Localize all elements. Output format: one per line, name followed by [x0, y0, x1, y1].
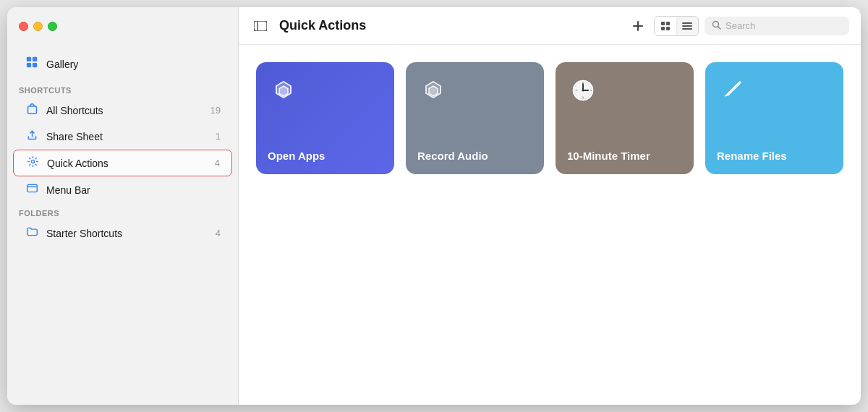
gallery-icon: [25, 56, 39, 72]
record-audio-label: Record Audio: [417, 150, 532, 163]
svg-rect-13: [666, 27, 670, 30]
sidebar-item-all-shortcuts[interactable]: All Shortcuts 19: [13, 98, 232, 123]
search-input[interactable]: [726, 20, 841, 31]
svg-rect-6: [27, 184, 37, 192]
svg-rect-10: [661, 22, 665, 25]
folders-section-header: Folders: [7, 203, 238, 220]
content-area: Open Apps Record Audio: [239, 45, 861, 405]
timer-label: 10-Minute Timer: [567, 150, 682, 163]
sidebar-content: Gallery Shortcuts All Shortcuts 19: [7, 45, 238, 405]
record-audio-icon: [417, 74, 449, 106]
svg-line-18: [718, 26, 721, 29]
grid-view-button[interactable]: [655, 17, 676, 35]
menu-bar-label: Menu Bar: [46, 184, 213, 196]
gallery-label: Gallery: [46, 59, 78, 70]
starter-shortcuts-count: 4: [216, 228, 221, 239]
rename-files-icon: [717, 74, 749, 106]
svg-point-5: [31, 160, 34, 163]
search-icon: [712, 20, 721, 32]
sidebar-item-gallery[interactable]: Gallery: [13, 51, 232, 77]
sidebar-toggle-button[interactable]: [250, 16, 271, 36]
shortcuts-grid: Open Apps Record Audio: [256, 62, 843, 174]
quick-actions-label: Quick Actions: [47, 158, 208, 169]
svg-rect-4: [27, 106, 36, 113]
svg-rect-12: [661, 27, 665, 30]
open-apps-icon: [268, 74, 299, 106]
sidebar-item-menu-bar[interactable]: Menu Bar: [13, 177, 232, 202]
traffic-lights: [19, 22, 57, 31]
svg-rect-2: [27, 63, 31, 67]
share-sheet-label: Share Sheet: [46, 131, 208, 142]
sidebar-item-starter-shortcuts[interactable]: Starter Shortcuts 4: [13, 220, 232, 246]
shortcut-card-timer[interactable]: 10-Minute Timer: [556, 62, 694, 174]
sidebar-item-share-sheet[interactable]: Share Sheet 1: [13, 124, 232, 149]
view-toggle: [654, 16, 699, 36]
svg-rect-11: [666, 22, 670, 25]
main-content: Quick Actions: [239, 7, 861, 405]
close-button[interactable]: [19, 22, 28, 31]
starter-shortcuts-label: Starter Shortcuts: [46, 228, 208, 239]
shortcut-card-record-audio[interactable]: Record Audio: [406, 62, 544, 174]
share-icon: [25, 129, 39, 144]
search-box: [705, 17, 849, 35]
minimize-button[interactable]: [33, 22, 43, 31]
all-shortcuts-label: All Shortcuts: [46, 105, 203, 116]
shortcuts-section-header: Shortcuts: [7, 80, 238, 98]
sidebar-item-quick-actions[interactable]: Quick Actions 4: [13, 150, 232, 176]
share-sheet-count: 1: [216, 131, 221, 142]
all-shortcuts-count: 19: [210, 105, 221, 116]
maximize-button[interactable]: [48, 22, 57, 31]
svg-point-24: [582, 90, 584, 92]
list-view-button[interactable]: [676, 17, 698, 35]
svg-rect-8: [254, 21, 267, 31]
svg-rect-3: [33, 63, 37, 67]
quick-actions-count: 4: [215, 158, 220, 168]
shortcut-card-open-apps[interactable]: Open Apps: [256, 62, 394, 174]
svg-rect-0: [27, 57, 31, 61]
app-window: Gallery Shortcuts All Shortcuts 19: [7, 7, 861, 405]
window-icon: [25, 182, 39, 197]
page-title: Quick Actions: [279, 18, 619, 33]
add-button[interactable]: [628, 16, 648, 36]
titlebar: [7, 7, 238, 45]
open-apps-label: Open Apps: [268, 150, 383, 163]
header-actions: [628, 16, 849, 36]
rename-files-label: Rename Files: [717, 150, 832, 163]
bag-icon: [25, 103, 39, 118]
folder-icon: [25, 226, 39, 241]
sidebar: Gallery Shortcuts All Shortcuts 19: [7, 7, 239, 405]
gear-icon: [25, 155, 40, 171]
main-header: Quick Actions: [239, 7, 861, 45]
svg-rect-1: [33, 57, 37, 61]
shortcut-card-rename-files[interactable]: Rename Files: [705, 62, 843, 174]
timer-icon: [567, 74, 599, 106]
